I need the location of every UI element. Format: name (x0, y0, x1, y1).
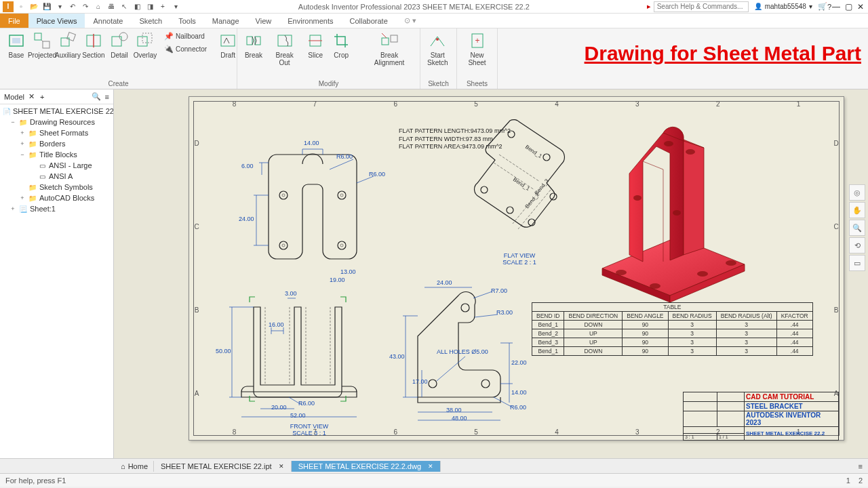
svg-point-58 (481, 380, 490, 388)
tree-borders[interactable]: +📁Borders (0, 138, 113, 149)
tree-ansi-large[interactable]: ▭ANSI - Large (0, 160, 113, 171)
expand-icon[interactable]: + (9, 205, 16, 212)
undo-icon[interactable]: ↶ (67, 1, 78, 12)
draft-view-button[interactable]: Draft (216, 30, 240, 60)
browser-tree[interactable]: 📄SHEET METAL EXERCISE 22.2 −📁Drawing Res… (0, 104, 113, 458)
window-title: Autodesk Inventor Professional 2023 SHEE… (181, 3, 647, 11)
more-icon[interactable]: ▾ (170, 1, 181, 12)
user-account[interactable]: 👤 mahtab55548 ▾ (754, 3, 812, 10)
sheet-border: 87654321 87654321 DCBA DCBA FLAT PATTERN… (193, 101, 840, 436)
tree-root[interactable]: 📄SHEET METAL EXERCISE 22.2 (0, 106, 113, 117)
connector-button[interactable]: 🔌Connector (161, 43, 209, 55)
redo-icon[interactable]: ↷ (80, 1, 91, 12)
tb-sheetno: 1 / 1 (717, 434, 745, 441)
dropdown-icon[interactable]: ▾ (54, 1, 65, 12)
projected-view-button[interactable]: Projected (30, 30, 54, 60)
collapse-icon[interactable]: − (9, 119, 16, 125)
detail-view-button[interactable]: Detail (107, 30, 132, 60)
drawing-icon: 📄 (3, 106, 11, 116)
new-sheet-button[interactable]: +New Sheet (461, 30, 493, 68)
select-icon[interactable]: ↖ (119, 1, 130, 12)
steering-wheel-icon[interactable]: ◎ (849, 184, 865, 201)
breakout-button[interactable]: Break Out (267, 30, 302, 68)
start-sketch-button[interactable]: Start Sketch (425, 30, 451, 68)
front-left-view[interactable]: 50.00 16.00 3.00 R6.00 20.00 52.00 (214, 283, 384, 426)
home-icon[interactable]: ⌂ (93, 1, 104, 12)
svg-rect-2 (35, 33, 41, 40)
tree-sheet-formats[interactable]: +📁Sheet Formats (0, 127, 113, 138)
tab-place-views[interactable]: Place Views (28, 14, 85, 28)
expand-icon[interactable]: + (19, 140, 26, 147)
pan-icon[interactable]: ✋ (849, 202, 865, 218)
top-view[interactable]: 14.00 R6.00 R6.00 6.00 24.00 13.00 19.00 (221, 122, 377, 264)
close-button[interactable]: ✕ (856, 2, 865, 12)
slice-button[interactable]: Slice (303, 30, 328, 60)
orbit-icon[interactable]: ⟲ (849, 237, 865, 253)
browser-header: Model ✕ + 🔍 ≡ (0, 89, 113, 104)
tb-scale: 3 : 1 (684, 434, 717, 441)
print-icon[interactable]: 🖶 (106, 1, 117, 12)
tab-tools[interactable]: Tools (170, 14, 204, 28)
open-icon[interactable]: 📂 (28, 1, 39, 12)
overlay-view-button[interactable]: Overlay (133, 30, 157, 60)
save-icon[interactable]: 💾 (41, 1, 52, 12)
menu-icon[interactable]: ≡ (105, 93, 109, 101)
tree-sheet1[interactable]: +📃Sheet:1 (0, 203, 113, 214)
folder-icon: 📁 (28, 193, 37, 203)
svg-rect-16 (278, 35, 292, 46)
expand-icon[interactable]: + (19, 195, 26, 201)
tabs-menu-icon[interactable]: ≡ (859, 462, 863, 470)
doc-tab-ipt[interactable]: SHEET METAL EXERCISE 22.ipt✕ (154, 461, 292, 472)
tab-environments[interactable]: Environments (279, 14, 341, 28)
close-icon[interactable]: ✕ (28, 92, 35, 101)
zoom-icon[interactable]: 🔍 (849, 220, 865, 236)
appearance-icon[interactable]: ◨ (144, 1, 155, 12)
minimize-button[interactable]: — (831, 2, 841, 12)
maximize-button[interactable]: ▢ (844, 2, 853, 12)
crop-button[interactable]: Crop (329, 30, 353, 60)
svg-point-79 (550, 193, 557, 200)
flat-view[interactable]: Bend_1 Bend_1 Bend_3 Bend_2 (445, 115, 594, 264)
break-alignment-button[interactable]: Break Alignment (363, 30, 416, 68)
status-n1: 1 (846, 476, 850, 485)
auxiliary-view-button[interactable]: Auxiliary (56, 30, 80, 60)
close-icon[interactable]: ✕ (428, 463, 433, 470)
tab-file[interactable]: File (0, 14, 28, 28)
tab-annotate[interactable]: Annotate (85, 14, 131, 28)
section-view-button[interactable]: Section (81, 30, 106, 60)
nailboard-button[interactable]: 📌Nailboard (161, 30, 209, 42)
tab-collaborate[interactable]: Collaborate (342, 14, 396, 28)
close-icon[interactable]: ✕ (279, 463, 284, 470)
tab-manage[interactable]: Manage (204, 14, 248, 28)
dim-50: 50.00 (216, 348, 231, 354)
side-view[interactable]: 24.00 R7.00 R3.00 43.00 17.00 22.00 14.0… (384, 275, 540, 424)
tab-end[interactable]: ⊙ ▾ (396, 14, 425, 28)
help-search-input[interactable] (654, 1, 749, 12)
tree-ansi-a[interactable]: ▭ANSI A (0, 171, 113, 182)
user-icon: 👤 (754, 3, 762, 10)
drawing-canvas[interactable]: 87654321 87654321 DCBA DCBA FLAT PATTERN… (114, 89, 868, 458)
isometric-render[interactable] (589, 113, 751, 302)
cart-icon[interactable]: 🛒 (818, 2, 827, 11)
base-view-button[interactable]: Base (4, 30, 28, 60)
break-button[interactable]: Break (241, 30, 266, 60)
dim-20: 20.00 (271, 404, 287, 411)
lookat-icon[interactable]: ▭ (849, 255, 865, 271)
add-icon[interactable]: + (40, 93, 44, 101)
tree-sketch-symbols[interactable]: 📁Sketch Symbols (0, 182, 113, 192)
material-icon[interactable]: ◧ (132, 1, 142, 12)
tree-autocad-blocks[interactable]: +📁AutoCAD Blocks (0, 192, 113, 203)
svg-line-70 (499, 155, 540, 182)
search-icon[interactable]: 🔍 (92, 92, 101, 101)
tree-title-blocks[interactable]: −📁Title Blocks (0, 149, 113, 160)
expand-icon[interactable]: + (19, 129, 26, 136)
doc-tab-dwg[interactable]: SHEET METAL EXERCISE 22.2.dwg✕ (292, 461, 441, 472)
ribbon: Base Projected Auxiliary Section Detail … (0, 28, 868, 89)
new-icon[interactable]: ▫ (16, 1, 26, 12)
tab-sketch[interactable]: Sketch (132, 14, 171, 28)
home-tab[interactable]: ⌂Home (115, 461, 154, 472)
collapse-icon[interactable]: − (19, 151, 26, 158)
plus-icon[interactable]: + (157, 1, 168, 12)
tree-drawing-resources[interactable]: −📁Drawing Resources (0, 117, 113, 127)
tab-view[interactable]: View (248, 14, 280, 28)
